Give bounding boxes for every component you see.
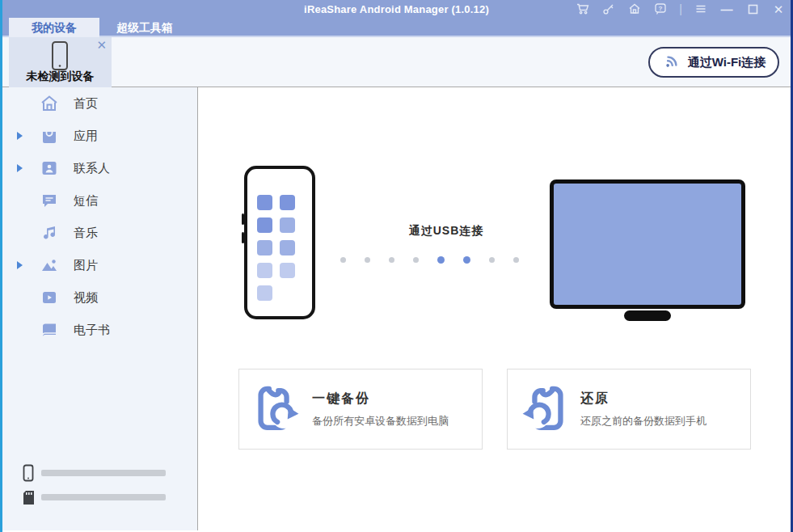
sidebar: 首页 应用 (2, 87, 198, 530)
action-cards: 一键备份 备份所有安卓设备数据到电脑 (238, 369, 751, 450)
device-card[interactable]: ✕ 未检测到设备 (9, 37, 112, 87)
phone-storage-icon (22, 464, 35, 482)
contacts-icon (40, 158, 59, 178)
music-icon (40, 223, 59, 243)
restore-card-title: 还原 (580, 391, 707, 407)
expand-arrow-icon[interactable] (17, 164, 23, 172)
minimize-icon[interactable]: — (719, 2, 734, 16)
backup-card[interactable]: 一键备份 备份所有安卓设备数据到电脑 (238, 369, 483, 450)
sidebar-item-label: 视频 (74, 290, 98, 306)
computer-stand (624, 310, 671, 321)
main-content: 通过USB连接 一键备份 (198, 87, 791, 530)
progress-dot (340, 257, 346, 263)
phone-storage-bar (41, 470, 166, 476)
sdcard-storage-row (2, 485, 197, 509)
expand-arrow-icon[interactable] (17, 261, 23, 269)
restore-card[interactable]: 还原 还原之前的备份数据到手机 (507, 369, 751, 450)
ebooks-icon (40, 320, 59, 340)
computer-illustration (550, 179, 745, 309)
restore-card-desc: 还原之前的备份数据到手机 (580, 414, 707, 429)
menu-icon[interactable] (694, 2, 708, 16)
backup-icon (251, 383, 302, 435)
tab-super-toolbox[interactable]: 超级工具箱 (99, 18, 190, 37)
usb-connect-label: 通过USB连接 (373, 224, 519, 239)
sdcard-storage-icon (22, 490, 35, 505)
svg-text:?: ? (659, 5, 663, 12)
wifi-connect-button[interactable]: 通过Wi-Fi连接 (648, 47, 779, 78)
wifi-icon (662, 53, 680, 71)
sidebar-item-label: 图片 (74, 258, 98, 273)
phone-illustration (244, 166, 315, 319)
wifi-connect-label: 通过Wi-Fi连接 (688, 55, 766, 70)
sidebar-item-label: 短信 (74, 193, 98, 209)
progress-dot (489, 257, 495, 263)
app-window: iReaShare Android Manager (1.0.12) (0, 0, 793, 532)
photos-icon (40, 255, 59, 275)
sidebar-item-contacts[interactable]: 联系人 (2, 152, 197, 184)
device-bar: ✕ 未检测到设备 通过Wi-Fi连接 (2, 37, 791, 87)
storage-summary (2, 461, 197, 509)
sidebar-item-music[interactable]: 音乐 (2, 217, 197, 249)
close-icon[interactable]: ✕ (771, 2, 786, 16)
connection-progress-dots (340, 256, 559, 264)
device-status-label: 未检测到设备 (9, 70, 112, 84)
sidebar-item-home[interactable]: 首页 (2, 87, 197, 120)
tab-my-device[interactable]: 我的设备 (9, 18, 99, 37)
titlebar-icons: ? | — ✕ (576, 0, 786, 18)
sidebar-item-label: 首页 (74, 96, 98, 112)
cart-icon[interactable] (576, 2, 590, 16)
progress-dot (513, 257, 519, 263)
progress-dot (389, 257, 394, 263)
apps-icon (40, 126, 59, 146)
restore-icon (519, 383, 571, 435)
progress-dot (365, 257, 370, 263)
sidebar-item-label: 应用 (74, 129, 98, 144)
sidebar-item-photos[interactable]: 图片 (2, 249, 197, 281)
device-close-icon[interactable]: ✕ (96, 39, 107, 51)
title-bar: iReaShare Android Manager (1.0.12) (2, 0, 791, 18)
sidebar-item-label: 电子书 (74, 323, 110, 338)
app-body: 首页 应用 (2, 87, 791, 530)
progress-dot (463, 256, 470, 264)
phone-storage-row (2, 461, 197, 485)
sidebar-item-ebooks[interactable]: 电子书 (2, 314, 197, 346)
home-icon[interactable] (627, 2, 642, 16)
expand-arrow-icon[interactable] (17, 132, 23, 140)
sidebar-item-apps[interactable]: 应用 (2, 120, 197, 152)
backup-card-title: 一键备份 (312, 391, 449, 407)
maximize-icon[interactable] (745, 2, 760, 16)
sms-icon (40, 191, 59, 210)
videos-icon (40, 288, 59, 307)
sidebar-item-label: 联系人 (74, 161, 110, 176)
backup-card-desc: 备份所有安卓设备数据到电脑 (312, 414, 449, 429)
progress-dot (413, 257, 419, 263)
titlebar-separator: | (679, 0, 682, 18)
phone-app-grid (257, 195, 309, 301)
help-icon[interactable]: ? (653, 2, 668, 16)
sidebar-item-label: 音乐 (74, 226, 98, 241)
sidebar-item-videos[interactable]: 视频 (2, 281, 197, 314)
progress-dot (437, 256, 445, 264)
home-icon (40, 94, 59, 113)
key-icon[interactable] (601, 2, 616, 16)
tab-bar: 我的设备 超级工具箱 (2, 18, 791, 37)
sdcard-storage-bar (41, 494, 166, 500)
sidebar-item-sms[interactable]: 短信 (2, 184, 197, 217)
